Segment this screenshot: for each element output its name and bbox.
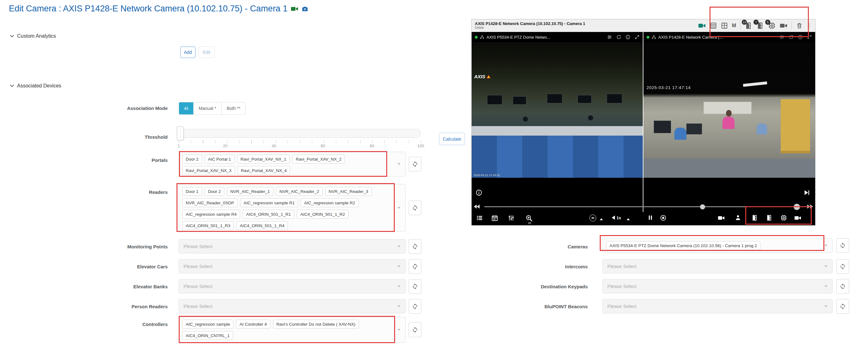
controller-chip-icon[interactable]: 5 <box>768 22 776 29</box>
threshold-label: Threshold <box>104 134 168 140</box>
zoom-in-icon[interactable] <box>525 215 533 222</box>
placeholder: Please Select <box>607 264 637 269</box>
intercoms-refresh-button[interactable] <box>836 259 849 274</box>
intercoms-select[interactable]: Please Select <box>602 259 833 273</box>
rotate-icon[interactable] <box>616 34 621 39</box>
reader-door-icon[interactable] <box>766 215 772 221</box>
expand-icon[interactable] <box>634 34 640 39</box>
destination-keypads-refresh-button[interactable] <box>836 279 849 294</box>
caret-down-icon[interactable] <box>397 163 400 165</box>
timeline-track[interactable] <box>484 206 803 207</box>
person-icon[interactable] <box>735 215 741 221</box>
play-left-icon[interactable] <box>610 215 617 221</box>
video-tile-p1428[interactable]: AXIS P1428-E Network Camera (... 2025-03… <box>643 32 815 200</box>
destination-keypads-select[interactable]: Please Select <box>602 279 833 293</box>
tag: Ravi's Controller Do not Delete ( XAV-NX… <box>273 320 359 329</box>
edit-camera-page: Edit Camera : AXIS P1428-E Network Camer… <box>0 0 868 358</box>
caret-up-icon[interactable] <box>627 218 630 220</box>
stream-settings-icon[interactable] <box>779 34 784 39</box>
edit-button[interactable]: Edit <box>199 47 214 58</box>
person-readers-refresh-button[interactable] <box>409 299 421 314</box>
warning-triangle-icon <box>486 74 491 79</box>
threshold-slider-track[interactable] <box>179 129 421 138</box>
info-icon[interactable] <box>475 189 483 196</box>
info-icon[interactable] <box>625 34 630 39</box>
speed-label[interactable]: 1x <box>617 215 621 220</box>
list-icon[interactable] <box>476 215 483 221</box>
blupoint-beacons-select[interactable]: Please Select <box>602 299 833 313</box>
camera-icon[interactable] <box>780 22 787 29</box>
video-timestamp: 2025-03-21 17:47:14 <box>647 85 691 90</box>
association-mode-ai[interactable]: AI <box>179 102 194 114</box>
timeline-handle[interactable] <box>700 204 705 210</box>
video-tile-ptz-dome[interactable]: AXIS P5534-E PTZ Dome Netwo... AXIS <box>472 32 643 200</box>
portals-field[interactable]: Door 2AIC Portal 1Ravi_Portal_XAV_NX_1Ra… <box>179 152 406 176</box>
video-camera-icon[interactable] <box>698 22 706 29</box>
caret-down-icon[interactable] <box>397 285 400 287</box>
rewind-icon[interactable] <box>473 203 480 210</box>
portals-refresh-button[interactable] <box>409 157 421 171</box>
elevator-cars-refresh-button[interactable] <box>409 259 421 274</box>
fast-forward-icon[interactable] <box>807 203 814 210</box>
calendar-icon[interactable] <box>491 215 498 221</box>
caret-down-icon[interactable] <box>397 266 400 267</box>
kebab-icon[interactable]: ⋮ <box>807 23 812 29</box>
blupoint-beacons-label: BluPOINT Beacons <box>493 304 588 309</box>
caret-down-icon[interactable] <box>824 305 828 307</box>
stop-icon[interactable] <box>660 215 666 221</box>
readers-field[interactable]: Door 1Door 2NVR_AIC_Reader_1NVR_AIC_Read… <box>179 184 406 231</box>
stream-settings-icon[interactable] <box>607 34 612 39</box>
section-associated-devices[interactable]: Associated Devices <box>9 83 61 89</box>
grid-icon[interactable] <box>710 22 717 29</box>
mode-letter[interactable]: M <box>732 23 736 29</box>
caret-down-icon[interactable] <box>397 207 400 209</box>
threshold-slider-handle[interactable] <box>177 127 184 140</box>
controllers-field[interactable]: AIC_regression sampleAI Controller 4Ravi… <box>179 317 406 343</box>
pause-icon[interactable] <box>647 215 654 221</box>
tag: AIC_regression sample R4 <box>182 210 240 219</box>
monitoring-points-refresh-button[interactable] <box>409 239 421 254</box>
portal-door-icon[interactable]: 13 <box>745 22 752 29</box>
section-custom-analytics[interactable]: Custom Analytics <box>9 33 56 39</box>
intercoms-label: Intercoms <box>493 264 588 270</box>
photo-camera-icon[interactable] <box>302 5 308 12</box>
layout-icon[interactable] <box>721 22 728 29</box>
monitoring-points-select[interactable]: Please Select <box>179 239 406 253</box>
elevator-banks-select[interactable]: Please Select <box>179 279 406 293</box>
skip-seconds-button[interactable]: 30 <box>589 215 596 221</box>
skip-end-icon[interactable] <box>803 189 810 196</box>
camera-icon[interactable] <box>794 215 801 221</box>
add-button[interactable]: Add <box>180 47 195 58</box>
association-mode-both[interactable]: Both ** <box>222 102 246 114</box>
info-icon[interactable] <box>798 34 803 39</box>
caret-down-icon[interactable] <box>824 245 828 246</box>
timeline-handle-end[interactable] <box>794 204 800 210</box>
person-readers-select[interactable]: Please Select <box>179 299 406 313</box>
calculate-button[interactable]: Calculate <box>439 133 465 145</box>
association-mode-manual[interactable]: Manual * <box>194 102 221 114</box>
video-camera-icon[interactable] <box>291 5 298 13</box>
caret-down-icon[interactable] <box>824 266 828 267</box>
portal-door-icon[interactable] <box>751 215 758 221</box>
elevator-banks-refresh-button[interactable] <box>409 279 421 294</box>
caret-down-icon[interactable] <box>397 329 400 331</box>
tag: AIC4_ORIN_501_1_R1 <box>243 210 294 219</box>
tag: Ravi_Portal_XAV_NX_4 <box>238 166 290 175</box>
cameras-refresh-button[interactable] <box>836 238 849 253</box>
cameras-field[interactable]: AXIS P5534-E PTZ Dome Network Camera (10… <box>602 238 833 253</box>
controller-chip-icon[interactable] <box>780 215 787 221</box>
caret-down-icon[interactable] <box>824 285 828 287</box>
expand-icon[interactable] <box>807 34 812 39</box>
trash-icon[interactable] <box>796 22 803 29</box>
caret-down-icon[interactable] <box>397 305 400 307</box>
video-camera-icon[interactable] <box>718 215 725 221</box>
reader-door-icon[interactable]: 7 <box>756 22 764 29</box>
caret-down-icon[interactable] <box>397 246 400 247</box>
blupoint-beacons-refresh-button[interactable] <box>836 299 849 314</box>
controllers-refresh-button[interactable] <box>409 323 421 337</box>
elevator-cars-select[interactable]: Please Select <box>179 259 406 273</box>
tune-icon[interactable] <box>508 215 515 221</box>
caret-up-icon[interactable] <box>600 218 603 220</box>
readers-refresh-button[interactable] <box>409 200 421 215</box>
rotate-icon[interactable] <box>788 34 794 39</box>
